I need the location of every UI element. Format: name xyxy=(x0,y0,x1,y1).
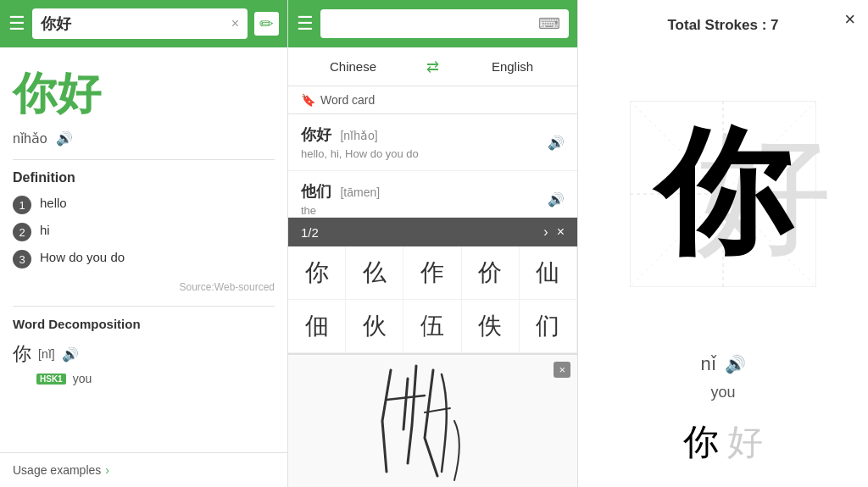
usage-arrow-icon: › xyxy=(105,463,109,477)
result-char-1: 你好 xyxy=(301,126,331,143)
right-info: nǐ 🔊 xyxy=(700,353,745,375)
decomp-meaning: you xyxy=(73,372,92,385)
result-item-1[interactable]: 你好 [nǐhǎo] hello, hi, How do you do 🔊 xyxy=(288,114,577,171)
right-meaning: you xyxy=(710,384,735,401)
char-display: 好 你 xyxy=(578,34,868,353)
word-card-row: 🔖 Word card xyxy=(288,86,577,114)
pencil-icon[interactable]: ✏ xyxy=(254,12,279,36)
middle-search-box[interactable]: ⌨ xyxy=(320,9,569,38)
right-panel: × Total Strokes : 7 好 你 nǐ 🔊 you 你 好 xyxy=(578,0,868,487)
result-pinyin-1: [nǐhǎo] xyxy=(340,129,377,142)
total-strokes-label: Total Strokes : xyxy=(667,17,766,33)
definition-title: Definition xyxy=(13,159,275,185)
total-strokes: Total Strokes : 7 xyxy=(667,17,778,34)
result-pinyin-2: [tāmen] xyxy=(340,185,380,199)
handwriting-clear-icon: × xyxy=(559,363,565,376)
right-char-active[interactable]: 你 xyxy=(683,418,719,466)
decomp-speaker-icon[interactable]: 🔊 xyxy=(62,346,79,362)
char-cell-6[interactable]: 伙 xyxy=(346,300,403,353)
definition-list: 1 hello 2 hi 3 How do you do xyxy=(13,196,275,268)
close-button[interactable]: × xyxy=(844,8,855,30)
char-cell-5[interactable]: 佃 xyxy=(288,300,346,353)
def-num-2: 2 xyxy=(13,223,31,241)
handwriting-canvas xyxy=(340,353,526,487)
handwriting-area[interactable]: × xyxy=(288,354,577,487)
left-content: strokes ▶ 你好 nǐhǎo 🔊 Definition 1 hello … xyxy=(0,47,287,452)
result-speaker-1[interactable]: 🔊 xyxy=(548,135,565,151)
char-cell-2[interactable]: 作 xyxy=(403,246,461,300)
middle-header: ☰ ⌨ xyxy=(288,0,577,47)
chinese-word: 你好 xyxy=(13,64,275,124)
middle-panel: ☰ ⌨ Chinese ⇄ English 🔖 Word card 你好 [nǐ… xyxy=(288,0,578,487)
speaker-icon[interactable]: 🔊 xyxy=(56,130,73,147)
definition-item-1: 1 hello xyxy=(13,196,275,214)
word-decomp-section: Word Decomposition 你 [nǐ] 🔊 HSK1 you xyxy=(13,306,275,385)
definition-section: Definition 1 hello 2 hi 3 How do you do xyxy=(13,159,275,268)
pinyin-row: nǐhǎo 🔊 xyxy=(13,130,275,147)
right-char-inactive[interactable]: 好 xyxy=(727,418,763,466)
usage-examples-row[interactable]: Usage examples › xyxy=(0,452,287,487)
search-text: 你好 xyxy=(41,14,226,34)
result-main-2: 他们 [tāmen] xyxy=(301,181,548,202)
hsk-badge: HSK1 xyxy=(36,374,66,385)
def-text-1: hello xyxy=(40,196,67,210)
definition-item-2: 2 hi xyxy=(13,223,275,241)
hamburger-icon[interactable]: ☰ xyxy=(8,13,25,35)
source-text: Source:Web-sourced xyxy=(13,281,275,293)
result-sub-2: the xyxy=(301,204,548,217)
search-box: 你好 × xyxy=(32,8,248,39)
pinyin: nǐhǎo xyxy=(13,130,47,147)
decomp-pinyin: [nǐ] xyxy=(38,347,55,361)
bookmark-icon: 🔖 xyxy=(301,93,315,107)
def-text-3: How do you do xyxy=(40,250,125,264)
decomp-item: 你 [nǐ] 🔊 xyxy=(13,341,275,367)
right-chars-row: 你 好 xyxy=(683,418,763,466)
total-strokes-value: 7 xyxy=(771,17,778,33)
char-grid: 你 仫 作 价 仙 佃 伙 伍 佚 们 xyxy=(288,246,577,354)
char-cell-3[interactable]: 价 xyxy=(462,246,520,300)
result-main-1: 你好 [nǐhǎo] xyxy=(301,125,548,145)
suggestion-close-icon[interactable]: × xyxy=(557,224,565,240)
tab-row: Chinese ⇄ English xyxy=(288,47,577,86)
usage-label: Usage examples xyxy=(13,463,101,477)
result-item-2[interactable]: 他们 [tāmen] the 🔊 xyxy=(288,171,577,218)
char-cell-8[interactable]: 佚 xyxy=(462,300,520,353)
suggestion-row[interactable]: 1/2 › × xyxy=(288,218,577,246)
result-speaker-2[interactable]: 🔊 xyxy=(548,191,565,208)
char-cell-1[interactable]: 仫 xyxy=(346,246,403,300)
result-item-1-content: 你好 [nǐhǎo] hello, hi, How do you do xyxy=(301,125,548,160)
middle-search-input[interactable] xyxy=(329,16,538,31)
right-speaker-icon[interactable]: 🔊 xyxy=(725,354,746,374)
result-sub-1: hello, hi, How do you do xyxy=(301,147,548,160)
char-main: 你 xyxy=(655,102,791,285)
result-item-2-content: 他们 [tāmen] the xyxy=(301,181,548,217)
clear-icon[interactable]: × xyxy=(231,16,239,31)
def-text-2: hi xyxy=(40,223,50,237)
char-cell-4[interactable]: 仙 xyxy=(520,246,577,300)
result-char-2: 他们 xyxy=(301,183,331,200)
tab-english[interactable]: English xyxy=(448,49,577,84)
word-card-label: Word card xyxy=(320,93,375,107)
keyboard-icon[interactable]: ⌨ xyxy=(538,14,560,33)
word-decomp-title: Word Decomposition xyxy=(13,317,275,331)
tab-arrows-icon[interactable]: ⇄ xyxy=(418,58,448,76)
suggestion-label: 1/2 xyxy=(301,225,535,240)
left-panel: ☰ 你好 × ✏ strokes ▶ 你好 nǐhǎo 🔊 Definition… xyxy=(0,0,288,487)
suggestion-arrow-icon[interactable]: › xyxy=(543,224,548,240)
tab-chinese[interactable]: Chinese xyxy=(288,49,418,84)
definition-item-3: 3 How do you do xyxy=(13,250,275,268)
def-num-3: 3 xyxy=(13,250,31,268)
middle-hamburger-icon[interactable]: ☰ xyxy=(297,13,314,35)
char-cell-0[interactable]: 你 xyxy=(288,246,346,300)
def-num-1: 1 xyxy=(13,196,31,214)
left-header: ☰ 你好 × ✏ xyxy=(0,0,287,47)
decomp-char: 你 xyxy=(13,341,31,367)
char-cell-9[interactable]: 们 xyxy=(520,300,577,353)
handwriting-clear-button[interactable]: × xyxy=(554,362,570,378)
char-cell-7[interactable]: 伍 xyxy=(403,300,461,353)
right-pinyin: nǐ xyxy=(700,353,715,375)
